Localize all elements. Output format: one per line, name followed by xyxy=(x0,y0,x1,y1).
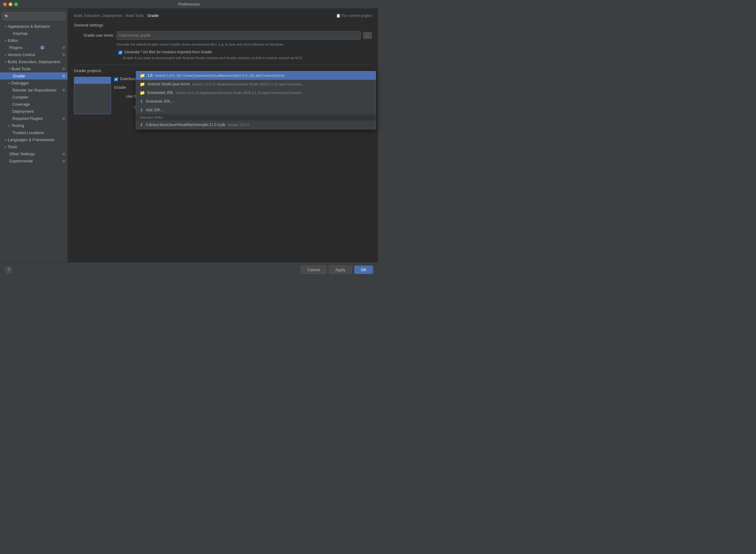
chevron-down-icon: ▾ xyxy=(5,25,6,28)
sidebar-item-label: Testing xyxy=(11,123,24,128)
sidebar-item-label: Keymap xyxy=(13,31,28,36)
download-icon: ⬇ xyxy=(140,99,143,104)
main-layout: 🔍 ▾ Appearance & Behavior Keymap ▸ Edito… xyxy=(0,9,378,262)
download-jdk-label: Download JDK... xyxy=(146,99,173,104)
sidebar-item-appearance-behavior[interactable]: ▾ Appearance & Behavior xyxy=(0,23,67,30)
copy-icon: ⊞ xyxy=(62,67,65,71)
detected-sdks-header: Detected SDKs xyxy=(136,114,376,120)
sidebar-item-label: Tools xyxy=(8,145,17,149)
search-icon: 🔍 xyxy=(5,14,9,18)
sidebar-item-testing[interactable]: ▸ Testing xyxy=(0,122,67,129)
generate-iml-label: Generate *.iml files for modules importe… xyxy=(124,50,212,54)
gradle-projects-panel: . Download external annotations for depe… xyxy=(74,77,372,114)
sidebar-item-keymap[interactable]: Keymap xyxy=(0,30,67,37)
chevron-right-icon: ▸ xyxy=(5,39,6,42)
gradle-user-home-row: Gradle user home: ... xyxy=(74,31,372,40)
sidebar-item-compiler[interactable]: Compiler xyxy=(0,94,67,101)
sidebar-item-plugins[interactable]: Plugins 1 ⊞ xyxy=(0,44,67,51)
sidebar-item-experimental[interactable]: Experimental ⊞ xyxy=(0,158,67,165)
breadcrumb: Build, Execution, Deployment › Build Too… xyxy=(74,13,372,18)
jdk-version: version 11.0.10 /Applications/Android St… xyxy=(192,82,304,86)
ok-button[interactable]: OK xyxy=(354,266,373,274)
sidebar-item-languages-frameworks[interactable]: ▸ Languages & Frameworks xyxy=(0,136,67,143)
sidebar-item-remote-jar-repositories[interactable]: Remote Jar Repositories ⊞ xyxy=(0,87,67,94)
sidebar-item-label: Build, Execution, Deployment xyxy=(8,59,60,64)
minimize-button[interactable] xyxy=(9,2,12,6)
sidebar-item-gradle[interactable]: Gradle ⊞ xyxy=(0,72,67,79)
sidebar-item-label: Coverage xyxy=(12,102,30,107)
sidebar-item-label: Editor xyxy=(8,38,18,43)
copy-icon: ⊞ xyxy=(62,152,65,156)
search-input[interactable] xyxy=(10,14,63,18)
generate-iml-row: Generate *.iml files for modules importe… xyxy=(74,50,372,55)
dropdown-item-add-jdk[interactable]: ⬇ Add JDK... xyxy=(136,106,376,114)
search-box[interactable]: 🔍 xyxy=(2,12,65,20)
for-current-project: 📋 For current project xyxy=(336,13,372,18)
jdk-name: 1.8 xyxy=(147,73,153,78)
copy-icon: ⊞ xyxy=(62,159,65,163)
sidebar-item-label: Version Control xyxy=(8,52,35,57)
gradle-settings-panel: Download external annotations for depend… xyxy=(114,77,372,114)
sidebar-item-label: Other Settings xyxy=(9,152,35,156)
sidebar-item-coverage[interactable]: Coverage xyxy=(0,101,67,108)
bottom-bar: ? Cancel Apply OK xyxy=(0,262,378,277)
dropdown-item-download-jdk[interactable]: ⬇ Download JDK... xyxy=(136,97,376,106)
sidebar-item-label: Debugger xyxy=(11,81,29,86)
apply-button[interactable]: Apply xyxy=(329,266,352,274)
breadcrumb-separator: › xyxy=(123,13,125,18)
cancel-button[interactable]: Cancel xyxy=(301,266,326,274)
sidebar-item-trusted-locations[interactable]: Trusted Locations xyxy=(0,129,67,136)
sidebar-item-build-execution-deployment[interactable]: ▾ Build, Execution, Deployment xyxy=(0,58,67,65)
sidebar-item-label: Remote Jar Repositories xyxy=(12,88,56,93)
breadcrumb-part-1: Build, Execution, Deployment xyxy=(74,13,122,18)
chevron-right-icon: ▸ xyxy=(9,81,10,85)
gradle-user-home-input[interactable] xyxy=(116,31,361,40)
gradle-user-home-field[interactable] xyxy=(119,33,359,38)
project-list-item[interactable]: . xyxy=(74,77,111,84)
generate-iml-hint: Enable if you have a mixed project with … xyxy=(123,56,372,60)
sidebar-item-debugger[interactable]: ▸ Debugger xyxy=(0,79,67,87)
sidebar-item-editor[interactable]: ▸ Editor xyxy=(0,37,67,44)
chevron-right-icon: ▸ xyxy=(5,53,6,56)
sidebar-item-other-settings[interactable]: Other Settings ⊞ xyxy=(0,150,67,158)
copy-icon: ⊞ xyxy=(62,116,65,120)
copy-icon: ⊞ xyxy=(62,53,65,57)
main-content: Build, Execution, Deployment › Build Too… xyxy=(68,9,378,262)
sidebar-item-tools[interactable]: ▸ Tools xyxy=(0,143,67,150)
sidebar-item-build-tools[interactable]: ▾ Build Tools ⊞ xyxy=(0,65,67,72)
plugins-badge: 1 xyxy=(40,46,45,50)
dropdown-item-android-studio-java[interactable]: 📁 Android Studio java home version 11.0.… xyxy=(136,80,376,89)
window-controls[interactable] xyxy=(3,2,18,6)
sidebar-item-label: Compiler xyxy=(12,95,29,100)
sidebar-item-label: Languages & Frameworks xyxy=(8,137,55,142)
jdk-version: version 11.0.3 xyxy=(228,123,249,127)
help-button[interactable]: ? xyxy=(5,266,12,274)
generate-iml-checkbox[interactable] xyxy=(118,51,122,55)
folder-icon: 📁 xyxy=(140,90,145,95)
copy-icon: ⊞ xyxy=(62,74,65,78)
close-button[interactable] xyxy=(3,2,7,6)
sidebar-item-required-plugins[interactable]: Required Plugins ⊞ xyxy=(0,115,67,122)
chevron-right-icon: ▸ xyxy=(5,145,6,149)
jdk-version: version 1.8.0_181 /Library/Java/JavaVirt… xyxy=(155,74,285,77)
chevron-down-icon: ▾ xyxy=(5,60,6,63)
gradle-user-home-hint: Override the default location where Grad… xyxy=(116,42,372,47)
jdk-name: Embedded JDK xyxy=(147,91,173,95)
dropdown-item-jdk-1-8[interactable]: 📁 1.8 version 1.8.0_181 /Library/Java/Ja… xyxy=(136,71,376,80)
maximize-button[interactable] xyxy=(14,2,18,6)
folder-icon: 📁 xyxy=(140,81,145,87)
copy-icon: ⊞ xyxy=(62,88,65,92)
sidebar-item-deployment[interactable]: Deployment xyxy=(0,108,67,115)
dropdown-item-jdk-11-0-3[interactable]: ⬇ /Library/Java/JavaVirtualMachines/jdk-… xyxy=(136,120,376,129)
sidebar-item-label: Gradle xyxy=(13,74,25,78)
dropdown-item-embedded-jdk[interactable]: 📁 Embedded JDK version 11.0.10 /Applicat… xyxy=(136,89,376,97)
download-annotations-checkbox[interactable] xyxy=(114,77,118,81)
sidebar-item-version-control[interactable]: ▸ Version Control ⊞ xyxy=(0,51,67,58)
project-list: . xyxy=(74,77,111,114)
sidebar-item-label: Trusted Locations xyxy=(12,130,44,135)
sidebar-item-label: Experimental xyxy=(9,159,33,163)
browse-button[interactable]: ... xyxy=(363,32,372,39)
gradle-user-home-label: Gradle user home: xyxy=(74,33,114,38)
title-bar: Preferences xyxy=(0,0,378,9)
sidebar: 🔍 ▾ Appearance & Behavior Keymap ▸ Edito… xyxy=(0,9,68,262)
